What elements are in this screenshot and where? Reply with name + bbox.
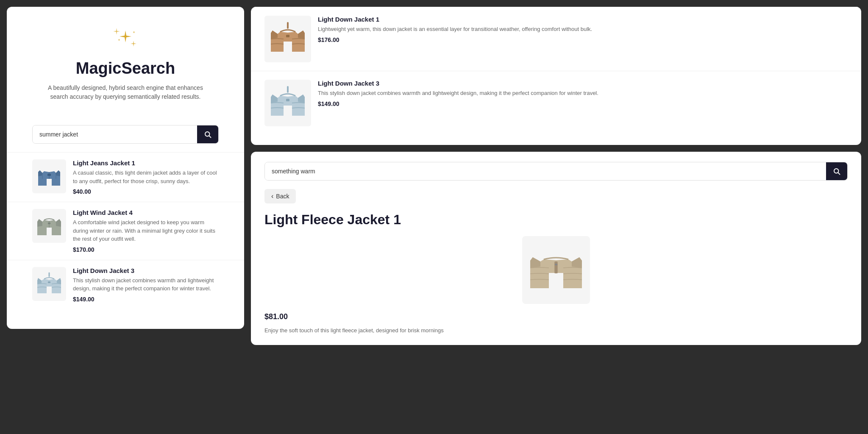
detail-image-container [264, 236, 848, 304]
top-right-results-list: Light Down Jacket 1 Lightweight yet warm… [251, 7, 861, 135]
product-image [32, 159, 66, 193]
product-description: A casual classic, this light denim jacke… [73, 169, 219, 185]
product-image [264, 16, 311, 62]
detail-product-image [522, 236, 590, 304]
right-column: Light Down Jacket 1 Lightweight yet warm… [251, 7, 861, 345]
result-info: Light Jeans Jacket 1 A casual classic, t… [73, 159, 219, 195]
hero-section: MagicSearch A beautifully designed, hybr… [7, 7, 244, 115]
app-subtitle: A beautifully designed, hybrid search en… [45, 83, 206, 101]
sparkle-decoration [32, 27, 219, 54]
product-image [32, 209, 66, 243]
product-name: Light Down Jacket 1 [318, 16, 848, 23]
svg-line-10 [838, 172, 840, 174]
svg-line-3 [209, 136, 211, 137]
bottom-search-input[interactable] [265, 162, 826, 180]
product-price: $149.00 [318, 100, 848, 107]
product-image [32, 267, 66, 301]
product-price: $176.00 [318, 36, 848, 43]
product-name: Light Down Jacket 3 [73, 267, 219, 274]
main-search-bar [32, 125, 219, 144]
product-image [264, 80, 311, 126]
back-arrow-icon: ‹ [271, 192, 273, 200]
product-name: Light Jeans Jacket 1 [73, 159, 219, 167]
app-title: MagicSearch [32, 59, 219, 78]
svg-rect-8 [286, 99, 289, 101]
product-name: Light Wind Jacket 4 [73, 209, 219, 216]
result-item[interactable]: Light Wind Jacket 4 A comfortable wind j… [7, 202, 244, 260]
result-item[interactable]: Light Down Jacket 3 This stylish down ja… [251, 71, 861, 135]
detail-product-description: Enjoy the soft touch of this light fleec… [264, 326, 848, 335]
left-results-list: Light Jeans Jacket 1 A casual classic, t… [7, 152, 244, 309]
product-price: $40.00 [73, 188, 219, 195]
top-right-panel: Light Down Jacket 1 Lightweight yet warm… [251, 7, 861, 145]
svg-rect-13 [555, 264, 557, 265]
result-item[interactable]: Light Down Jacket 3 This stylish down ja… [7, 260, 244, 309]
product-price: $149.00 [73, 296, 219, 303]
svg-rect-4 [47, 174, 51, 176]
product-description: Lightweight yet warm, this down jacket i… [318, 25, 848, 33]
search-icon [204, 131, 211, 138]
svg-rect-6 [48, 281, 50, 283]
bottom-search-bar [264, 162, 848, 181]
main-search-button[interactable] [197, 125, 218, 143]
result-item[interactable]: Light Jeans Jacket 1 A casual classic, t… [7, 152, 244, 202]
result-info: Light Down Jacket 1 Lightweight yet warm… [318, 16, 848, 43]
back-button[interactable]: ‹ Back [264, 189, 296, 203]
product-description: This stylish down jacket combines warmth… [318, 89, 848, 97]
result-info: Light Down Jacket 3 This stylish down ja… [318, 80, 848, 107]
svg-point-1 [133, 31, 135, 33]
result-item[interactable]: Light Down Jacket 1 Lightweight yet warm… [251, 7, 861, 71]
bottom-right-panel: ‹ Back Light Fleece Jacket 1 [251, 152, 861, 345]
product-name: Light Down Jacket 3 [318, 80, 848, 87]
result-info: Light Down Jacket 3 This stylish down ja… [73, 267, 219, 303]
product-price: $170.00 [73, 246, 219, 253]
svg-point-0 [118, 39, 120, 41]
bottom-search-button[interactable] [826, 162, 847, 180]
search-icon [833, 167, 840, 175]
product-description: A comfortable wind jacket designed to ke… [73, 218, 219, 243]
product-description: This stylish down jacket combines warmth… [73, 276, 219, 293]
left-panel: MagicSearch A beautifully designed, hybr… [7, 7, 244, 329]
back-label: Back [276, 193, 289, 200]
main-search-input[interactable] [33, 125, 197, 143]
detail-product-name: Light Fleece Jacket 1 [264, 212, 848, 228]
result-info: Light Wind Jacket 4 A comfortable wind j… [73, 209, 219, 253]
detail-product-price: $81.00 [264, 312, 848, 321]
svg-rect-7 [286, 35, 289, 37]
svg-rect-5 [48, 223, 50, 224]
